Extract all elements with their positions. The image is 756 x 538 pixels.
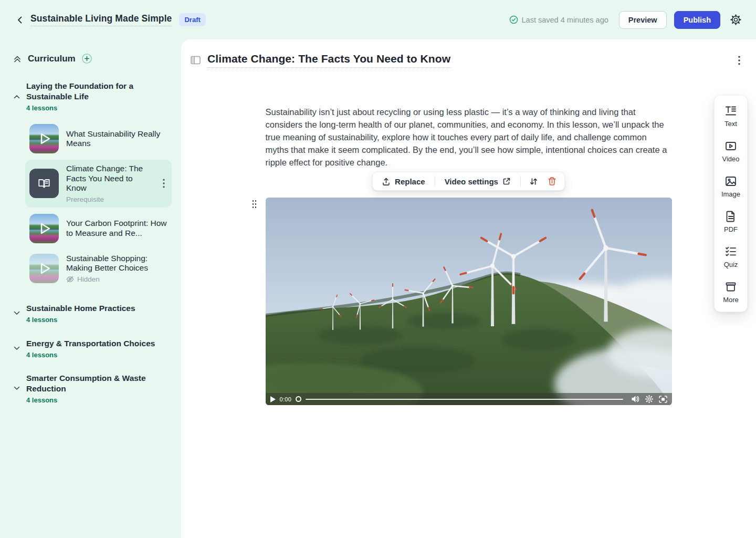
lesson-title: Sustainable Shopping: Making Better Choi… <box>66 254 167 273</box>
section-title: Sustainable Home Practices <box>26 303 135 314</box>
settings-button[interactable] <box>728 12 743 28</box>
lesson-options-menu[interactable] <box>736 54 742 67</box>
delete-block-button[interactable] <box>544 173 560 189</box>
eye-off-icon <box>66 275 74 283</box>
palette-item-text[interactable]: Text <box>724 105 737 128</box>
section-title: Energy & Transportation Choices <box>26 338 155 349</box>
panel-toggle-button[interactable] <box>191 56 201 65</box>
palette-item-video[interactable]: Video <box>722 140 739 163</box>
divider <box>520 176 521 187</box>
lesson-item-selected[interactable]: Climate Change: The Facts You Need to Kn… <box>25 160 172 208</box>
palette-label: PDF <box>724 225 738 233</box>
curriculum-section: Smarter Consumption & Waste Reduction 4 … <box>13 373 181 404</box>
text-block-icon <box>724 105 737 117</box>
video-settings-label: Video settings <box>445 177 498 186</box>
section-lesson-count: 4 lessons <box>26 396 156 404</box>
lesson-hidden-label: Hidden <box>77 275 100 283</box>
back-button[interactable] <box>13 13 27 27</box>
palette-item-more[interactable]: More <box>723 281 739 304</box>
play-icon <box>29 254 59 283</box>
trash-icon <box>548 177 556 186</box>
section-header[interactable]: Energy & Transportation Choices 4 lesson… <box>13 338 181 359</box>
topbar-actions: Last saved 4 minutes ago Preview Publish <box>509 11 743 29</box>
lesson-title: Your Carbon Footprint: How to Measure an… <box>66 219 167 238</box>
book-open-icon <box>37 177 51 190</box>
section-header[interactable]: Smarter Consumption & Waste Reduction 4 … <box>13 373 181 404</box>
video-thumbnail <box>29 124 59 153</box>
lesson-prerequisite-label: Prerequisite <box>66 195 153 203</box>
publish-button[interactable]: Publish <box>674 11 720 29</box>
section-lesson-count: 4 lessons <box>26 316 135 324</box>
page-title[interactable]: Climate Change: The Facts You Need to Kn… <box>207 53 450 68</box>
section-lesson-count: 4 lessons <box>26 104 156 112</box>
section-header[interactable]: Sustainable Home Practices 4 lessons <box>13 303 181 324</box>
palette-item-pdf[interactable]: PDF <box>724 210 738 233</box>
image-block-icon <box>724 175 737 188</box>
lesson-editor: Climate Change: The Facts You Need to Kn… <box>181 39 756 538</box>
status-badge: Draft <box>179 13 205 26</box>
lesson-kebab-menu[interactable] <box>160 179 167 188</box>
up-down-arrows-icon <box>529 177 538 186</box>
collapse-all-button[interactable] <box>13 54 22 64</box>
drag-handle[interactable] <box>253 200 258 210</box>
video-time: 0:00 <box>280 396 292 402</box>
curriculum-title: Curriculum <box>28 54 76 64</box>
video-thumbnail <box>29 254 59 283</box>
chevron-down-icon <box>13 309 21 317</box>
progress-bar[interactable] <box>306 399 623 400</box>
curriculum-section: Sustainable Home Practices 4 lessons <box>13 303 181 324</box>
section-lesson-count: 4 lessons <box>26 351 155 359</box>
save-status: Last saved 4 minutes ago <box>509 15 608 24</box>
replace-label: Replace <box>395 177 425 186</box>
save-status-text: Last saved 4 minutes ago <box>522 16 608 24</box>
video-settings-button[interactable]: Video settings <box>440 174 516 189</box>
play-icon <box>29 124 59 153</box>
fullscreen-button[interactable] <box>659 396 667 403</box>
palette-item-image[interactable]: Image <box>721 175 740 198</box>
block-palette: Text Video Image PDF Quiz More <box>714 95 748 312</box>
lesson-item[interactable]: What Sustainability Really Means <box>25 120 172 158</box>
gear-icon <box>730 14 741 25</box>
reading-lesson-tile <box>29 169 59 198</box>
curriculum-header: Curriculum <box>13 53 181 64</box>
add-section-button[interactable] <box>81 53 92 64</box>
lesson-item[interactable]: Your Carbon Footprint: How to Measure an… <box>25 210 172 247</box>
lesson-header: Climate Change: The Facts You Need to Kn… <box>181 39 756 68</box>
course-title[interactable]: Sustainable Living Made Simple <box>30 13 172 26</box>
lesson-list: What Sustainability Really Means Climat <box>25 120 172 287</box>
palette-label: Quiz <box>724 261 738 268</box>
palette-label: More <box>723 296 739 304</box>
section-header[interactable]: Laying the Foundation for a Sustainable … <box>13 81 181 112</box>
lesson-title: What Sustainability Really Means <box>66 129 167 149</box>
scrubber-handle[interactable] <box>296 396 301 402</box>
chevron-down-icon <box>13 345 21 352</box>
quiz-block-icon <box>724 245 737 258</box>
video-player[interactable]: 0:00 <box>266 198 672 405</box>
volume-button[interactable] <box>632 396 639 402</box>
video-block-icon <box>724 140 737 152</box>
video-controls: 0:00 <box>266 393 672 405</box>
player-settings-button[interactable] <box>645 395 653 403</box>
more-blocks-icon <box>724 281 737 293</box>
lesson-item-hidden[interactable]: Sustainable Shopping: Making Better Choi… <box>25 250 172 287</box>
video-thumbnail <box>29 214 59 243</box>
check-circle-icon <box>509 15 518 24</box>
curriculum-section: Laying the Foundation for a Sustainable … <box>13 81 181 287</box>
palette-item-quiz[interactable]: Quiz <box>724 245 738 268</box>
section-title: Laying the Foundation for a Sustainable … <box>26 81 156 102</box>
preview-button[interactable]: Preview <box>619 11 667 29</box>
pdf-block-icon <box>724 210 737 223</box>
back-chevron-icon <box>16 16 24 24</box>
video-block-toolbar: Replace Video settings <box>372 172 565 191</box>
play-button[interactable] <box>270 396 276 402</box>
play-icon <box>29 214 59 243</box>
upload-icon <box>382 177 391 186</box>
chevron-down-icon <box>13 385 21 392</box>
replace-button[interactable]: Replace <box>377 174 430 189</box>
move-block-button[interactable] <box>526 174 542 189</box>
text-block[interactable]: Sustainability isn’t just about recyclin… <box>266 106 672 169</box>
video-block: 0:00 <box>266 198 672 405</box>
curriculum-sidebar: Curriculum Laying the Foundation for a S… <box>0 39 181 538</box>
palette-label: Video <box>722 155 739 163</box>
divider <box>435 176 435 187</box>
